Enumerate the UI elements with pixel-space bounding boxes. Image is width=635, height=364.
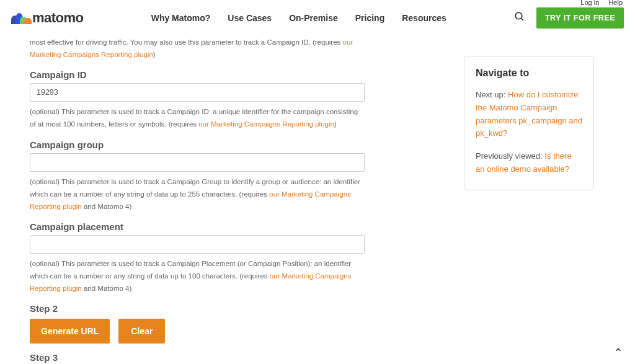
navigate-card: Navigate to Next up: How do I customize … [464, 56, 594, 190]
campaign-id-label: Campaign ID [30, 69, 365, 80]
brand-name: matomo [32, 10, 84, 26]
login-link[interactable]: Log in [580, 0, 599, 6]
brand-logo[interactable]: matomo [11, 10, 84, 26]
step-2-title: Step 2 [30, 303, 365, 314]
svg-line-1 [521, 18, 523, 20]
plugin-link-2[interactable]: our Marketing Campaigns Reporting plugin [198, 120, 334, 128]
help-link[interactable]: Help [608, 0, 623, 6]
header-right: TRY IT FOR FREE [514, 7, 624, 29]
search-icon[interactable] [514, 11, 525, 25]
clear-button[interactable]: Clear [118, 319, 165, 344]
nav-why-matomo[interactable]: Why Matomo? [151, 13, 211, 23]
try-free-button[interactable]: TRY IT FOR FREE [536, 7, 624, 29]
nav-resources[interactable]: Resources [402, 13, 446, 23]
campaign-group-help: (optional) This parameter is used to tra… [30, 175, 365, 213]
scroll-to-top[interactable] [610, 342, 626, 358]
campaign-id-help: (optional) This parameter is used to tra… [30, 105, 365, 130]
campaign-id-input[interactable] [30, 83, 365, 102]
nav-pricing[interactable]: Pricing [355, 13, 384, 23]
main-content: most effective for driving traffic. You … [30, 36, 365, 364]
nav-use-cases[interactable]: Use Cases [228, 13, 272, 23]
next-up: Next up: How do I customize the Matomo C… [476, 89, 582, 140]
step-3-title: Step 3 [30, 352, 365, 363]
main-header: matomo Why Matomo? Use Cases On-Premise … [0, 0, 635, 36]
campaign-group-input[interactable] [30, 153, 365, 172]
nav-on-premise[interactable]: On-Premise [289, 13, 338, 23]
campaign-group-label: Campaign group [30, 140, 365, 150]
utility-bar: Log in Help [573, 0, 623, 6]
campaign-placement-help: (optional) This parameter is used to tra… [30, 257, 365, 295]
prev-viewed: Previously viewed: Is there an online de… [476, 150, 582, 176]
logo-icon [11, 12, 29, 24]
chevron-up-icon [614, 345, 623, 354]
generate-url-button[interactable]: Generate URL [30, 319, 110, 344]
content-help: most effective for driving traffic. You … [30, 36, 365, 61]
campaign-placement-label: Campaign placement [30, 221, 365, 232]
main-nav: Why Matomo? Use Cases On-Premise Pricing… [151, 13, 446, 23]
campaign-placement-input[interactable] [30, 235, 365, 254]
navigate-title: Navigate to [476, 68, 582, 79]
svg-point-0 [515, 12, 522, 19]
sidebar: Navigate to Next up: How do I customize … [464, 56, 594, 364]
